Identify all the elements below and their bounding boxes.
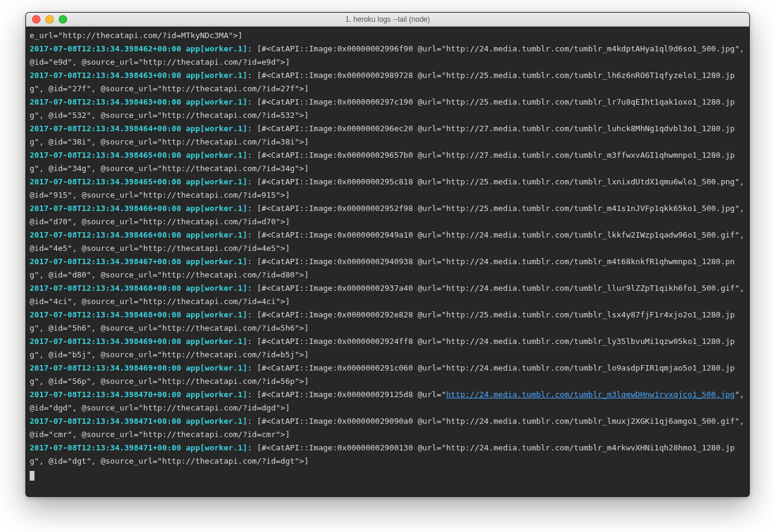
log-timestamp: 2017-07-08T12:13:34.398471+00:00 — [30, 443, 181, 452]
log-source: app[worker.1] — [186, 71, 247, 80]
close-icon[interactable] — [32, 15, 41, 24]
window-controls — [32, 15, 67, 24]
log-timestamp: 2017-07-08T12:13:34.398471+00:00 — [30, 417, 181, 426]
log-timestamp: 2017-07-08T12:13:34.398469+00:00 — [30, 337, 181, 346]
hovered-url-link[interactable]: http://24.media.tumblr.com/tumblr_m3lqew… — [446, 390, 735, 399]
log-source: app[worker.1] — [186, 177, 247, 186]
log-timestamp: 2017-07-08T12:13:34.398466+00:00 — [30, 204, 181, 213]
log-timestamp: 2017-07-08T12:13:34.398468+00:00 — [30, 284, 181, 293]
log-source: app[worker.1] — [186, 257, 247, 266]
log-source: app[worker.1] — [186, 204, 247, 213]
log-body: e_url="http://thecatapi.com/?id=MTkyNDc3… — [30, 31, 242, 40]
log-source: app[worker.1] — [186, 97, 247, 106]
zoom-icon[interactable] — [59, 15, 67, 24]
log-source: app[worker.1] — [186, 443, 247, 452]
minimize-icon[interactable] — [45, 15, 54, 24]
log-source: app[worker.1] — [186, 151, 247, 160]
log-timestamp: 2017-07-08T12:13:34.398464+00:00 — [30, 124, 181, 133]
log-source: app[worker.1] — [186, 417, 247, 426]
terminal-output[interactable]: e_url="http://thecatapi.com/?id=MTkyNDc3… — [26, 27, 749, 497]
log-timestamp: 2017-07-08T12:13:34.398470+00:00 — [30, 390, 181, 399]
log-timestamp: 2017-07-08T12:13:34.398463+00:00 — [30, 71, 181, 80]
log-source: app[worker.1] — [186, 284, 247, 293]
terminal-cursor — [30, 471, 34, 481]
log-source: app[worker.1] — [186, 337, 247, 346]
log-timestamp: 2017-07-08T12:13:34.398468+00:00 — [30, 310, 181, 319]
log-source: app[worker.1] — [186, 390, 247, 399]
log-source: app[worker.1] — [186, 230, 247, 239]
log-timestamp: 2017-07-08T12:13:34.398465+00:00 — [30, 151, 181, 160]
log-timestamp: 2017-07-08T12:13:34.398463+00:00 — [30, 97, 181, 106]
log-timestamp: 2017-07-08T12:13:34.398469+00:00 — [30, 363, 181, 372]
log-source: app[worker.1] — [186, 124, 247, 133]
log-source: app[worker.1] — [186, 363, 247, 372]
log-source: app[worker.1] — [186, 44, 247, 53]
window-titlebar[interactable]: 1. heroku logs --tail (node) — [26, 13, 749, 27]
window-title: 1. heroku logs --tail (node) — [26, 15, 749, 24]
log-timestamp: 2017-07-08T12:13:34.398466+00:00 — [30, 230, 181, 239]
log-timestamp: 2017-07-08T12:13:34.398467+00:00 — [30, 257, 181, 266]
log-timestamp: 2017-07-08T12:13:34.398462+00:00 — [30, 44, 181, 53]
terminal-window: 1. heroku logs --tail (node) e_url="http… — [25, 12, 750, 497]
log-source: app[worker.1] — [186, 310, 247, 319]
log-timestamp: 2017-07-08T12:13:34.398465+00:00 — [30, 177, 181, 186]
